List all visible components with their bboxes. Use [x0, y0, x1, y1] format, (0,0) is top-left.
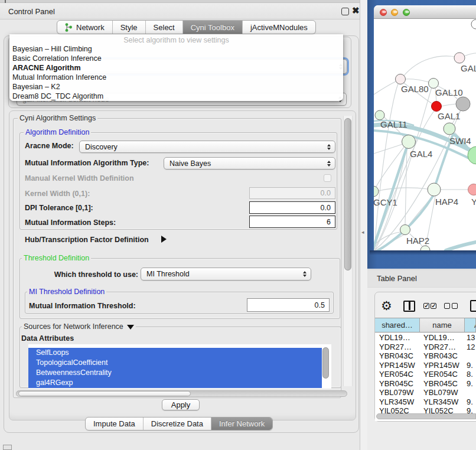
column-header-clipped[interactable]: A [465, 318, 476, 332]
network-edge [441, 104, 456, 106]
table-row[interactable]: YDL19…YDL19…13 [375, 333, 476, 343]
network-node[interactable] [402, 135, 416, 149]
table-cell: 12 [465, 343, 476, 352]
unchecked-checkbox-icon[interactable] [452, 303, 458, 309]
table-cell: 9. [465, 379, 476, 389]
table-row[interactable]: YBL079WYBL079W [375, 388, 476, 397]
zoom-window-icon[interactable] [403, 9, 410, 16]
document-icon[interactable] [470, 300, 476, 312]
minimize-window-icon[interactable] [391, 9, 398, 16]
mi-steps-field[interactable]: 6 [249, 216, 335, 228]
split-panel-icon[interactable] [403, 301, 415, 312]
mi-algorithm-type-combobox[interactable]: Naive Bayes [164, 157, 335, 169]
table-cell [465, 388, 476, 397]
combo-arrows-icon [324, 144, 334, 150]
aracne-mode-combobox[interactable]: Discovery [79, 141, 335, 153]
network-node-label: Y [471, 197, 476, 207]
tab-select[interactable]: Select [146, 21, 183, 34]
checked-checkbox-icon[interactable] [423, 303, 429, 309]
network-node-label: GAL11 [380, 119, 407, 129]
tab-discretize-data[interactable]: Discretize Data [144, 418, 211, 430]
table-panel-title: Table Panel [377, 274, 417, 283]
network-node[interactable] [432, 102, 442, 112]
network-node[interactable] [471, 19, 476, 29]
table-row[interactable]: YDR27…YDR27…12 [375, 343, 476, 352]
apply-button[interactable]: Apply [162, 399, 200, 410]
table-cell: YLR345W [375, 397, 420, 407]
combo-arrows-icon [300, 271, 309, 277]
data-attributes-label: Data Attributes [21, 334, 74, 343]
network-node[interactable] [400, 225, 410, 235]
settings-scrollbar-thumb[interactable] [344, 118, 351, 270]
table-row[interactable]: YBR043CYBR043C [375, 351, 476, 361]
manual-kernel-width-checkbox[interactable] [324, 174, 331, 182]
settings-hscrollbar-thumb[interactable] [18, 391, 191, 396]
expand-arrow-icon[interactable] [161, 236, 167, 243]
network-node-label: GAL80 [401, 84, 429, 94]
attribute-list-item[interactable]: gal4RGexp [28, 378, 322, 388]
column-header-name[interactable]: name [420, 318, 465, 332]
network-edge [379, 188, 428, 191]
collapse-arrow-icon[interactable] [127, 325, 134, 330]
dropdown-item[interactable]: ARACNE Algorithm [9, 63, 343, 73]
attributes-list-scrollbar-thumb[interactable] [322, 347, 329, 379]
network-node[interactable] [396, 74, 406, 84]
network-node[interactable] [454, 53, 465, 63]
split-pane-divider[interactable] [360, 0, 367, 450]
kernel-width-field[interactable]: 0.0 [249, 187, 335, 199]
tab-cyni-toolbox[interactable]: Cyni Toolbox [183, 21, 243, 34]
close-window-icon[interactable] [380, 9, 387, 16]
table-row[interactable]: YBR045CYBR045C9. [375, 379, 476, 389]
attribute-list-item[interactable]: TopologicalCoefficient [28, 358, 322, 368]
tab-style[interactable]: Style [113, 21, 146, 34]
checked-checkbox-icon[interactable] [431, 303, 436, 309]
dropdown-item[interactable]: Bayesian – Hill Climbing [9, 44, 343, 54]
splitter-collapse-icon[interactable]: ◂ [361, 230, 366, 234]
network-node[interactable] [420, 246, 430, 250]
dropdown-item[interactable]: Bayesian – K2 [9, 82, 343, 92]
algorithm-definition-title: Algorithm Definition [24, 128, 91, 136]
dpi-tolerance-field[interactable]: 0.0 [249, 201, 335, 214]
dropdown-item[interactable]: Basic Correlation Inference [9, 54, 343, 63]
dropdown-item[interactable]: Mutual Information Inference [9, 73, 343, 82]
tab-label: Style [120, 23, 138, 32]
float-window-button[interactable] [341, 8, 349, 15]
gear-icon[interactable]: ⚙ [381, 299, 392, 313]
table-cell: YDL19… [375, 333, 420, 343]
table-hscrollbar-thumb[interactable] [376, 413, 476, 419]
dropdown-item[interactable]: Dream8 DC_TDC Algorithm [9, 92, 343, 101]
table-row[interactable]: YLR345WYLR345W9. [375, 397, 476, 407]
control-panel-title: Control Panel [8, 7, 55, 16]
attribute-list-item[interactable]: BetweennessCentrality [28, 368, 322, 378]
close-panel-button[interactable]: ✖ [352, 5, 360, 16]
table-row[interactable]: YER054CYER054C8. [375, 370, 476, 379]
network-node[interactable] [456, 97, 470, 111]
network-node[interactable] [444, 123, 455, 135]
unchecked-checkbox-icon[interactable] [444, 303, 450, 309]
network-node[interactable] [428, 183, 441, 196]
table-rows[interactable]: YDL19…YDL19…13YDR27…YDR27…12YBR043CYBR04… [375, 333, 476, 414]
tab-label: Cyni Toolbox [191, 23, 234, 32]
network-window-titlebar[interactable] [374, 5, 476, 19]
mi-algorithm-type-value: Naive Bayes [164, 159, 324, 168]
attribute-list-item[interactable]: SelfLoops [28, 348, 322, 358]
network-node[interactable] [375, 110, 384, 120]
which-threshold-combobox[interactable]: MI Threshold [141, 268, 311, 281]
network-node[interactable] [429, 79, 439, 89]
table-row[interactable]: YPR145WYPR145W9. [375, 361, 476, 370]
network-node[interactable] [374, 186, 379, 197]
tab-network[interactable]: Network [57, 21, 113, 34]
mi-threshold-field[interactable]: 0.5 [247, 298, 330, 312]
tab-impute-data[interactable]: Impute Data [86, 418, 144, 430]
network-view-canvas[interactable]: GALGAL80GAL10GAL1GAL11SWI4GAL4GCY1HAP4YH… [374, 19, 476, 250]
aracne-mode-label: Aracne Mode: [25, 142, 74, 150]
tab-jactivemnodules[interactable]: jActiveMNodules [243, 21, 315, 34]
sources-title: Sources for Network Inference [22, 322, 136, 331]
column-header-shared-name[interactable]: shared… [375, 318, 420, 332]
dropdown-placeholder-text: Select algorithm to view settings [9, 34, 343, 44]
tab-infer-network[interactable]: Infer Network [211, 418, 272, 430]
mi-steps-label: Mutual Information Steps: [25, 219, 116, 227]
data-attributes-list[interactable]: SelfLoopsTopologicalCoefficientBetweenne… [28, 344, 331, 389]
network-edge [404, 56, 455, 76]
network-node[interactable] [468, 184, 476, 195]
